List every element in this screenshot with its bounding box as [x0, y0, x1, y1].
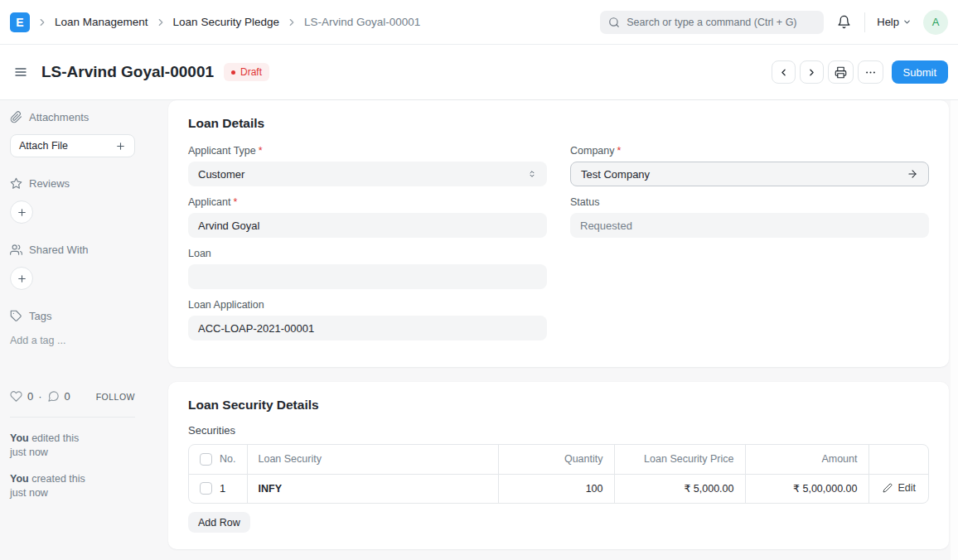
search-input[interactable]	[627, 17, 815, 28]
attachments-label: Attachments	[29, 111, 89, 123]
tags-section-label: Tags	[10, 310, 135, 322]
chevron-right-icon	[155, 17, 167, 28]
scrollbar-track[interactable]	[951, 100, 958, 560]
amount-cell[interactable]: ₹ 5,00,000.00	[745, 474, 868, 503]
chevron-right-icon	[806, 67, 817, 78]
loan-input[interactable]	[188, 264, 547, 289]
loan-label: Loan	[188, 248, 211, 259]
row-number: 1	[220, 482, 225, 495]
tags-label: Tags	[29, 310, 51, 322]
loan-security-cell[interactable]: INFY	[247, 474, 498, 503]
activity-time: just now	[10, 486, 135, 500]
activity-time: just now	[10, 446, 135, 460]
col-loan-security-price: Loan Security Price	[614, 445, 745, 474]
comment-icon[interactable]	[47, 390, 60, 403]
required-marker: *	[617, 145, 622, 157]
company-value: Test Company	[581, 168, 650, 181]
col-no: No.	[220, 453, 235, 465]
applicant-type-value: Customer	[198, 168, 244, 181]
breadcrumb-loan-security-pledge[interactable]: Loan Security Pledge	[173, 16, 279, 28]
paperclip-icon	[10, 111, 22, 123]
table-header-row: No. Loan Security Quantity Loan Security…	[189, 445, 929, 474]
loan-application-value: ACC-LOAP-2021-00001	[198, 322, 314, 335]
col-quantity: Quantity	[498, 445, 614, 474]
chevron-down-icon	[902, 17, 912, 27]
status-badge-label: Draft	[240, 66, 262, 78]
print-button[interactable]	[828, 60, 854, 84]
like-count: 0	[27, 390, 33, 403]
loan-application-label: Loan Application	[188, 299, 264, 311]
required-marker: *	[233, 196, 237, 208]
hamburger-icon	[13, 65, 28, 79]
quantity-cell[interactable]: 100	[498, 474, 614, 503]
printer-icon	[835, 66, 847, 79]
company-label: Company	[570, 145, 615, 157]
select-all-checkbox[interactable]	[200, 453, 212, 466]
add-tag-input[interactable]: Add a tag ...	[10, 335, 135, 346]
prev-document-button[interactable]	[772, 60, 796, 84]
applicant-type-field: Applicant Type* Customer	[188, 145, 547, 186]
menu-button[interactable]	[858, 60, 883, 84]
breadcrumb-current-doc[interactable]: LS-Arvind Goyal-00001	[304, 16, 420, 28]
navbar-actions: Help A	[600, 10, 948, 35]
global-search[interactable]	[600, 11, 824, 34]
help-label: Help	[877, 16, 899, 28]
securities-table: No. Loan Security Quantity Loan Security…	[188, 444, 929, 504]
section-title: Loan Security Details	[188, 398, 929, 413]
applicant-field: Applicant* Arvind Goyal	[188, 196, 547, 238]
loan-field: Loan	[188, 248, 547, 289]
activity-item: You created this just now	[10, 472, 135, 500]
app-logo[interactable]: E	[10, 12, 30, 32]
submit-button[interactable]: Submit	[892, 60, 948, 84]
edit-row-button[interactable]: Edit	[883, 482, 916, 494]
applicant-input[interactable]: Arvind Goyal	[188, 213, 547, 238]
navbar-divider	[864, 12, 865, 32]
notifications-button[interactable]	[835, 13, 853, 31]
top-navbar: E Loan Management Loan Security Pledge L…	[0, 0, 958, 45]
arrow-right-icon[interactable]	[907, 168, 918, 180]
loan-application-input[interactable]: ACC-LOAP-2021-00001	[188, 316, 547, 340]
reviews-label: Reviews	[29, 177, 70, 190]
activity-action: created this	[31, 473, 85, 485]
applicant-value: Arvind Goyal	[198, 220, 259, 232]
follow-button[interactable]: FOLLOW	[96, 392, 135, 402]
status-value-box: Requested	[570, 213, 929, 238]
activity-action: edited this	[31, 432, 79, 444]
add-review-button[interactable]	[10, 200, 33, 224]
breadcrumb-loan-management[interactable]: Loan Management	[55, 16, 148, 28]
row-checkbox[interactable]	[200, 482, 212, 495]
loan-application-field: Loan Application ACC-LOAP-2021-00001	[188, 299, 547, 340]
loan-details-section: Loan Details Applicant Type* Customer Ap	[168, 100, 949, 367]
page-header: LS-Arvind Goyal-00001 Draft Submit	[0, 45, 958, 100]
price-cell[interactable]: ₹ 5,000.00	[614, 474, 745, 503]
avatar[interactable]: A	[923, 10, 948, 35]
attach-file-label: Attach File	[19, 140, 68, 152]
reviews-section-label: Reviews	[10, 177, 135, 190]
loan-security-details-section: Loan Security Details Securities No. Loa…	[168, 382, 949, 549]
bell-icon	[837, 15, 851, 29]
help-menu[interactable]: Help	[877, 16, 912, 28]
share-button[interactable]	[10, 267, 33, 290]
attach-file-button[interactable]: Attach File	[10, 134, 135, 157]
company-link-input[interactable]: Test Company	[570, 162, 929, 186]
plus-icon	[17, 207, 27, 218]
attachments-section-label: Attachments	[10, 111, 135, 123]
select-chevrons-icon	[527, 168, 537, 180]
breadcrumb: E Loan Management Loan Security Pledge L…	[10, 12, 420, 32]
activity-user: You	[10, 432, 29, 444]
add-row-button[interactable]: Add Row	[188, 512, 250, 533]
activity-user: You	[10, 473, 29, 485]
sidebar-toggle-button[interactable]	[10, 62, 31, 82]
applicant-type-select[interactable]: Customer	[188, 162, 547, 186]
star-icon	[10, 177, 22, 190]
col-amount: Amount	[745, 445, 868, 474]
plus-icon	[17, 273, 27, 284]
search-icon	[608, 17, 620, 28]
heart-icon[interactable]	[10, 390, 22, 403]
document-sidebar: Attachments Attach File Reviews Shared W…	[0, 100, 168, 560]
activity-item: You edited this just now	[10, 432, 135, 460]
form-body: Loan Details Applicant Type* Customer Ap	[168, 100, 958, 560]
tag-icon	[10, 310, 22, 322]
next-document-button[interactable]	[800, 60, 824, 84]
comment-count: 0	[65, 390, 70, 403]
